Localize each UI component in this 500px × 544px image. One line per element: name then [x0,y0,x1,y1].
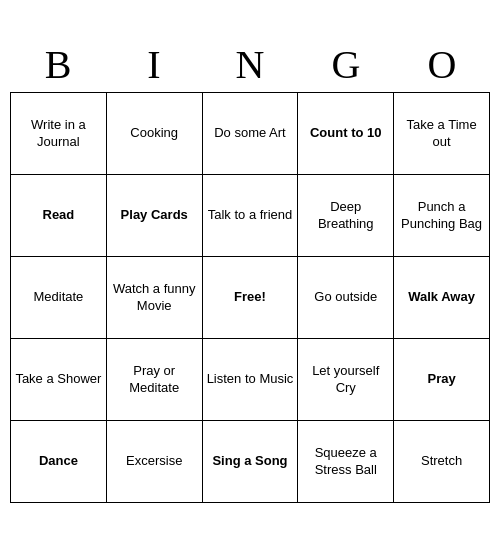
grid-cell-3-4: Pray [394,339,490,421]
grid-cell-4-2: Sing a Song [202,421,298,503]
grid-cell-1-1: Play Cards [106,175,202,257]
bingo-header: BINGO [10,41,490,88]
grid-cell-0-4: Take a Time out [394,93,490,175]
grid-cell-3-1: Pray or Meditate [106,339,202,421]
header-letter-g: G [301,41,391,88]
grid-cell-2-2: Free! [202,257,298,339]
grid-row-1: ReadPlay CardsTalk to a friendDeep Breat… [11,175,490,257]
grid-row-3: Take a ShowerPray or MeditateListen to M… [11,339,490,421]
header-letter-o: O [397,41,487,88]
grid-cell-1-2: Talk to a friend [202,175,298,257]
grid-cell-3-3: Let yourself Cry [298,339,394,421]
grid-cell-0-2: Do some Art [202,93,298,175]
bingo-grid: Write in a JournalCookingDo some ArtCoun… [10,92,490,503]
grid-cell-4-1: Excersise [106,421,202,503]
grid-row-2: MeditateWatch a funny MovieFree!Go outsi… [11,257,490,339]
grid-cell-1-3: Deep Breathing [298,175,394,257]
grid-cell-0-3: Count to 10 [298,93,394,175]
grid-cell-3-2: Listen to Music [202,339,298,421]
grid-row-4: DanceExcersiseSing a SongSqueeze a Stres… [11,421,490,503]
grid-cell-4-0: Dance [11,421,107,503]
grid-cell-0-1: Cooking [106,93,202,175]
grid-cell-4-4: Stretch [394,421,490,503]
grid-cell-1-4: Punch a Punching Bag [394,175,490,257]
grid-cell-0-0: Write in a Journal [11,93,107,175]
bingo-container: BINGO Write in a JournalCookingDo some A… [10,41,490,503]
grid-cell-2-3: Go outside [298,257,394,339]
grid-cell-2-0: Meditate [11,257,107,339]
grid-cell-1-0: Read [11,175,107,257]
header-letter-b: B [13,41,103,88]
grid-cell-3-0: Take a Shower [11,339,107,421]
header-letter-i: I [109,41,199,88]
grid-cell-4-3: Squeeze a Stress Ball [298,421,394,503]
grid-cell-2-1: Watch a funny Movie [106,257,202,339]
grid-row-0: Write in a JournalCookingDo some ArtCoun… [11,93,490,175]
grid-cell-2-4: Walk Away [394,257,490,339]
header-letter-n: N [205,41,295,88]
